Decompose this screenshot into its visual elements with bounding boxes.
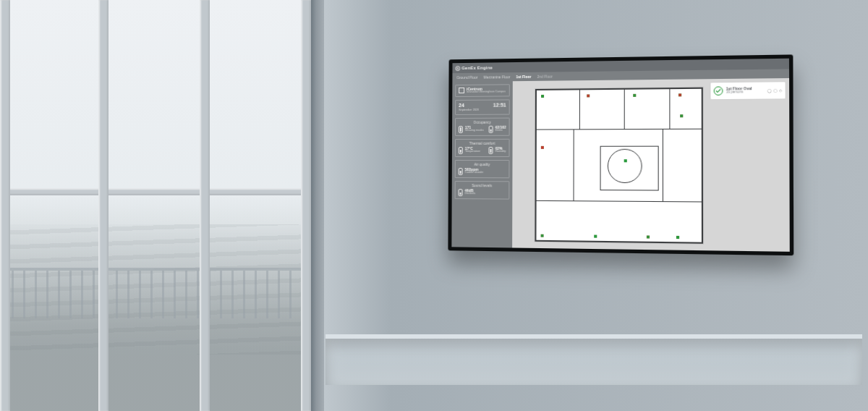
gauge-icon	[489, 147, 493, 154]
tab-1st-floor[interactable]: 1st Floor	[516, 75, 531, 79]
occupancy-title: Occupancy	[459, 120, 506, 124]
reception-counter	[326, 334, 862, 385]
window-mullion	[0, 188, 311, 195]
tab-ground-floor[interactable]: Ground Floor	[456, 75, 477, 80]
tab-mezzanine-floor[interactable]: Mezzanine Floor	[483, 75, 510, 79]
panel-datetime: 24 12:51 September 2020	[455, 99, 510, 114]
brand-logo-icon: G	[455, 66, 460, 71]
floor-plan[interactable]	[534, 87, 704, 245]
building-icon	[459, 88, 464, 93]
date-day: 24	[459, 103, 464, 108]
tab-2nd-floor[interactable]: 2nd Floor	[537, 74, 553, 78]
wall	[535, 240, 703, 244]
wall	[573, 129, 574, 201]
zone-info-card[interactable]: 1st Floor Oval 16 persons ◯ ▢ ◇	[710, 81, 786, 100]
metric-icon: ◇	[779, 88, 782, 92]
office-windows	[0, 0, 311, 411]
tv-bezel: G GenEx Engine Ground Floor Mezzanine Fl…	[448, 54, 793, 255]
app-body: iCentrum Innovation Birmingham Campus 24…	[451, 78, 789, 252]
gauge-icon	[459, 126, 463, 133]
balcony-rail	[0, 268, 311, 318]
window-mullion	[301, 0, 311, 411]
app-screen: G GenEx Engine Ground Floor Mezzanine Fl…	[451, 59, 789, 252]
gauge-icon	[459, 168, 463, 175]
window-mullion	[0, 0, 10, 411]
panel-thermal[interactable]: Thermal comfort 17°C Temperature	[455, 138, 510, 156]
sound-label: Decibels	[464, 192, 475, 195]
sound-title: Sound levels	[459, 184, 506, 187]
air-title: Air quality	[459, 163, 506, 166]
zone-metric-icons: ◯ ▢ ◇	[767, 88, 783, 92]
wall	[535, 88, 703, 90]
wall	[535, 129, 703, 130]
metric-icon: ◯	[767, 88, 773, 92]
air-label: Carbon dioxide	[465, 171, 483, 174]
gauge-icon	[459, 189, 463, 196]
window-mullion	[98, 0, 109, 411]
wall	[669, 88, 670, 129]
room-background: G GenEx Engine Ground Floor Mezzanine Fl…	[0, 0, 868, 411]
wall	[624, 88, 625, 129]
location-subline: Innovation Birmingham Campus	[467, 90, 506, 93]
time-now: 12:51	[493, 102, 506, 107]
wall-seam	[311, 0, 324, 411]
wall-display-tv: G GenEx Engine Ground Floor Mezzanine Fl…	[448, 54, 793, 255]
occupancy-mask-label: Wearing masks	[465, 130, 484, 132]
wall	[579, 88, 580, 129]
wall	[535, 200, 703, 203]
zone-persons: 16 persons	[726, 91, 752, 95]
panel-occupancy[interactable]: Occupancy 171 Wearing masks	[455, 117, 510, 135]
status-ok-icon	[714, 86, 723, 96]
thermal-hum-label: Humidity	[495, 151, 506, 153]
wall	[702, 88, 703, 244]
thermal-temp-label: Temperature	[465, 151, 480, 153]
gauge-icon	[488, 125, 493, 132]
gauge-icon	[459, 147, 463, 154]
date-month-year: September 2020	[459, 109, 506, 111]
thermal-title: Thermal comfort	[459, 141, 506, 145]
brand-name: GenEx Engine	[461, 65, 493, 70]
sidebar: iCentrum Innovation Birmingham Campus 24…	[451, 81, 512, 247]
brand: G GenEx Engine	[455, 65, 493, 71]
window-mullion	[200, 0, 210, 411]
floor-plan-area[interactable]: 1st Floor Oval 16 persons ◯ ▢ ◇	[512, 78, 790, 252]
occupancy-desk-label: Desks	[495, 130, 506, 132]
oval-zone[interactable]	[608, 149, 642, 183]
panel-sound[interactable]: Sound levels 46dB Decibels	[455, 181, 510, 200]
wall	[535, 89, 537, 242]
wall	[663, 129, 663, 202]
panel-air[interactable]: Air quality 502ppm Carbon dioxide	[455, 160, 510, 178]
panel-location: iCentrum Innovation Birmingham Campus	[455, 84, 510, 97]
metric-icon: ▢	[773, 88, 777, 92]
